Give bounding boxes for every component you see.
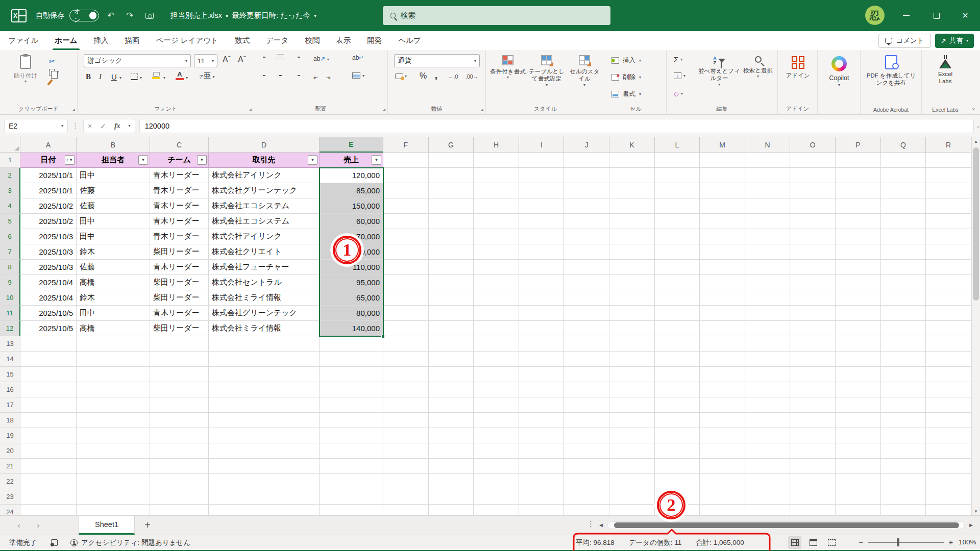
- row-header-3[interactable]: 3: [0, 183, 20, 198]
- cell-E11[interactable]: 80,000: [320, 306, 383, 321]
- number-format-combo[interactable]: 通貨▾: [394, 54, 480, 67]
- cell-L13[interactable]: [655, 336, 700, 352]
- select-all-corner[interactable]: ◢: [0, 137, 20, 153]
- cell-E12[interactable]: 140,000: [320, 321, 383, 336]
- cell-I3[interactable]: [519, 183, 565, 198]
- cell-A15[interactable]: [20, 367, 77, 382]
- cell-J5[interactable]: [564, 214, 609, 229]
- font-color-dropdown[interactable]: ▾: [186, 76, 188, 80]
- cell-G15[interactable]: [429, 367, 474, 382]
- cell-G19[interactable]: [429, 428, 474, 443]
- row-header-6[interactable]: 6: [0, 229, 20, 244]
- column-header-F[interactable]: F: [383, 137, 429, 153]
- cell-J8[interactable]: [564, 260, 609, 275]
- underline-dropdown[interactable]: ▾: [119, 76, 121, 80]
- cell-J10[interactable]: [564, 290, 609, 306]
- cell-K22[interactable]: [609, 474, 655, 489]
- cell-N8[interactable]: [745, 260, 791, 275]
- cell-K13[interactable]: [609, 336, 655, 352]
- cell-C5[interactable]: 青木リーダー: [150, 214, 209, 229]
- cell-F14[interactable]: [383, 352, 429, 367]
- sort-filter-button[interactable]: AZ 並べ替えとフィルター ▾: [698, 56, 740, 87]
- cell-H19[interactable]: [474, 428, 519, 443]
- insert-function-icon[interactable]: fx: [114, 122, 120, 130]
- cell-J16[interactable]: [564, 382, 609, 397]
- cell-J4[interactable]: [564, 198, 609, 214]
- cell-F3[interactable]: [383, 183, 429, 198]
- cell-F4[interactable]: [383, 198, 429, 214]
- cell-L3[interactable]: [655, 183, 700, 198]
- ribbon-tab-4[interactable]: ページ レイアウト: [148, 31, 227, 50]
- cell-Q19[interactable]: [881, 428, 926, 443]
- cell-O8[interactable]: [790, 260, 836, 275]
- status-stat-2[interactable]: 合計: 1,065,000: [696, 538, 744, 547]
- cell-C17[interactable]: [150, 397, 209, 413]
- cell-H5[interactable]: [474, 214, 519, 229]
- row-header-11[interactable]: 11: [0, 306, 20, 321]
- cell-H6[interactable]: [474, 229, 519, 244]
- cell-Q6[interactable]: [881, 229, 926, 244]
- cell-K1[interactable]: [609, 153, 655, 168]
- cell-O1[interactable]: [790, 153, 836, 168]
- cell-Q4[interactable]: [881, 198, 926, 214]
- page-layout-view-button[interactable]: [806, 536, 820, 549]
- cell-C2[interactable]: 青木リーダー: [150, 168, 209, 183]
- conditional-formatting-button[interactable]: 条件付き書式 ▾: [490, 55, 526, 80]
- cell-E18[interactable]: [320, 413, 383, 428]
- cell-J24[interactable]: [564, 505, 609, 515]
- cell-D10[interactable]: 株式会社ミライ情報: [209, 290, 320, 306]
- cell-Q22[interactable]: [881, 474, 926, 489]
- cell-D9[interactable]: 株式会社セントラル: [209, 275, 320, 290]
- cell-G13[interactable]: [429, 336, 474, 352]
- cell-P1[interactable]: [836, 153, 881, 168]
- cell-A24[interactable]: [20, 505, 77, 515]
- cell-I21[interactable]: [519, 459, 565, 474]
- cell-F23[interactable]: [383, 489, 429, 505]
- cell-L9[interactable]: [655, 275, 700, 290]
- cell-M1[interactable]: [700, 153, 745, 168]
- cell-D11[interactable]: 株式会社グリーンテック: [209, 306, 320, 321]
- autosave-toggle[interactable]: オン: [69, 10, 99, 21]
- cell-L5[interactable]: [655, 214, 700, 229]
- cell-B21[interactable]: [77, 459, 150, 474]
- cell-G20[interactable]: [429, 443, 474, 459]
- cell-G4[interactable]: [429, 198, 474, 214]
- cell-C11[interactable]: 青木リーダー: [150, 306, 209, 321]
- cell-I23[interactable]: [519, 489, 565, 505]
- cell-O24[interactable]: [790, 505, 836, 515]
- cell-I14[interactable]: [519, 352, 565, 367]
- cell-L14[interactable]: [655, 352, 700, 367]
- cell-G1[interactable]: [429, 153, 474, 168]
- cell-P23[interactable]: [836, 489, 881, 505]
- cell-K14[interactable]: [609, 352, 655, 367]
- cell-I5[interactable]: [519, 214, 565, 229]
- horizontal-scroll-thumb[interactable]: [614, 522, 959, 528]
- cell-A2[interactable]: 2025/10/1: [20, 168, 77, 183]
- cell-M8[interactable]: [700, 260, 745, 275]
- cell-M14[interactable]: [700, 352, 745, 367]
- cell-D6[interactable]: 株式会社アイリンク: [209, 229, 320, 244]
- cell-L15[interactable]: [655, 367, 700, 382]
- cell-D19[interactable]: [209, 428, 320, 443]
- fill-color-dropdown[interactable]: ▾: [163, 76, 165, 80]
- cell-D3[interactable]: 株式会社グリーンテック: [209, 183, 320, 198]
- column-header-G[interactable]: G: [429, 137, 474, 153]
- column-header-D[interactable]: D: [209, 137, 320, 153]
- column-header-B[interactable]: B: [77, 137, 150, 153]
- accounting-format-button[interactable]: ▾: [395, 73, 407, 79]
- cell-O6[interactable]: [790, 229, 836, 244]
- cell-E20[interactable]: [320, 443, 383, 459]
- status-stat-0[interactable]: 平均: 96,818: [576, 538, 615, 547]
- undo-button[interactable]: ↶▾: [107, 10, 118, 21]
- cell-F10[interactable]: [383, 290, 429, 306]
- cell-L2[interactable]: [655, 168, 700, 183]
- cell-N11[interactable]: [745, 306, 791, 321]
- cell-R8[interactable]: [926, 260, 971, 275]
- cell-J12[interactable]: [564, 321, 609, 336]
- cell-A5[interactable]: 2025/10/2: [20, 214, 77, 229]
- cell-I9[interactable]: [519, 275, 565, 290]
- row-header-24[interactable]: 24: [0, 505, 20, 515]
- cut-button[interactable]: ✂: [49, 57, 59, 65]
- cell-A6[interactable]: 2025/10/3: [20, 229, 77, 244]
- cell-R23[interactable]: [926, 489, 971, 505]
